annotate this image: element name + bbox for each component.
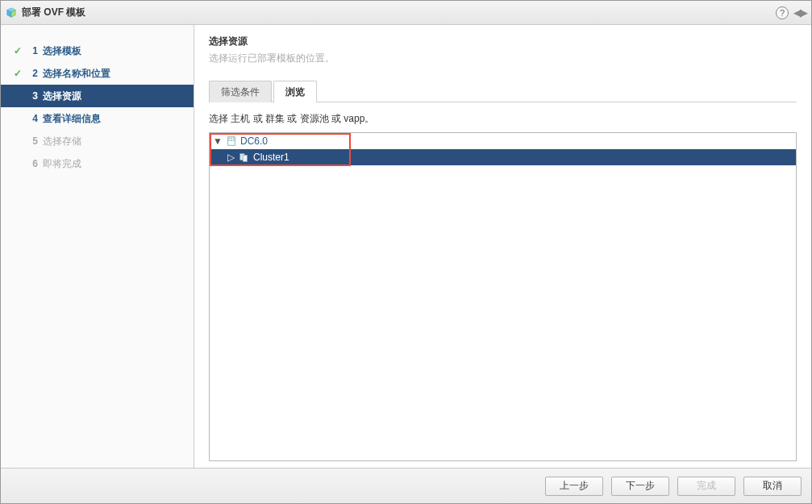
- footer: 上一步 下一步 完成 取消: [1, 468, 811, 503]
- tab-browse[interactable]: 浏览: [273, 81, 317, 102]
- step-ready-complete: 6 即将完成: [1, 152, 194, 175]
- ovf-cube-icon: [6, 7, 17, 19]
- checkmark-icon: ✓: [12, 45, 23, 56]
- instruction-text: 选择 主机 或 群集 或 资源池 或 vapp。: [209, 112, 797, 126]
- tabs: 筛选条件 浏览: [209, 80, 797, 102]
- finish-button: 完成: [677, 477, 735, 496]
- tree-root-label: DC6.0: [240, 135, 268, 147]
- tree-cluster-label: Cluster1: [253, 152, 289, 163]
- step-review-details: 4 查看详细信息: [1, 107, 194, 130]
- step-select-resource[interactable]: 3 选择资源: [1, 85, 194, 107]
- expand-toggle-icon[interactable]: ▷: [226, 152, 235, 163]
- main-area: ✓ 1 选择模板 ✓ 2 选择名称和位置 3 选择资源 4 查看详细信息 5 选…: [1, 25, 811, 468]
- cancel-button[interactable]: 取消: [743, 477, 802, 496]
- cluster-icon: [238, 151, 251, 164]
- collapse-toggle-icon[interactable]: ▼: [213, 135, 223, 147]
- datacenter-icon: [225, 135, 238, 148]
- tab-filter[interactable]: 筛选条件: [209, 81, 272, 102]
- window-title: 部署 OVF 模板: [22, 6, 776, 19]
- tree-root-datacenter[interactable]: ▼ DC6.0: [210, 133, 796, 149]
- tree-cluster-item[interactable]: ▷ Cluster1: [210, 149, 796, 165]
- wizard-steps: ✓ 1 选择模板 ✓ 2 选择名称和位置 3 选择资源 4 查看详细信息 5 选…: [1, 25, 194, 468]
- svg-rect-5: [231, 138, 232, 140]
- checkmark-icon: ✓: [12, 68, 23, 79]
- back-button[interactable]: 上一步: [545, 477, 603, 496]
- step-select-template[interactable]: ✓ 1 选择模板: [1, 40, 194, 62]
- resource-tree-panel: ▼ DC6.0 ▷: [209, 132, 797, 461]
- svg-rect-7: [229, 140, 231, 141]
- svg-rect-9: [233, 140, 235, 141]
- page-heading: 选择资源: [209, 35, 797, 48]
- content-pane: 选择资源 选择运行已部署模板的位置。 筛选条件 浏览 选择 主机 或 群集 或 …: [194, 25, 811, 468]
- resource-tree: ▼ DC6.0 ▷: [210, 133, 796, 165]
- checkmark-icon: [12, 90, 23, 102]
- step-select-name-location[interactable]: ✓ 2 选择名称和位置: [1, 62, 194, 85]
- step-select-storage: 5 选择存储: [1, 130, 194, 152]
- help-icon[interactable]: ?: [776, 6, 789, 19]
- next-button[interactable]: 下一步: [611, 477, 669, 496]
- page-subheading: 选择运行已部署模板的位置。: [209, 52, 797, 65]
- svg-rect-11: [243, 155, 247, 161]
- svg-rect-4: [229, 138, 231, 140]
- svg-rect-6: [233, 138, 235, 140]
- svg-rect-8: [231, 140, 232, 141]
- titlebar: 部署 OVF 模板 ? ◀▶: [1, 1, 811, 25]
- expand-arrows-icon[interactable]: ◀▶: [793, 6, 806, 19]
